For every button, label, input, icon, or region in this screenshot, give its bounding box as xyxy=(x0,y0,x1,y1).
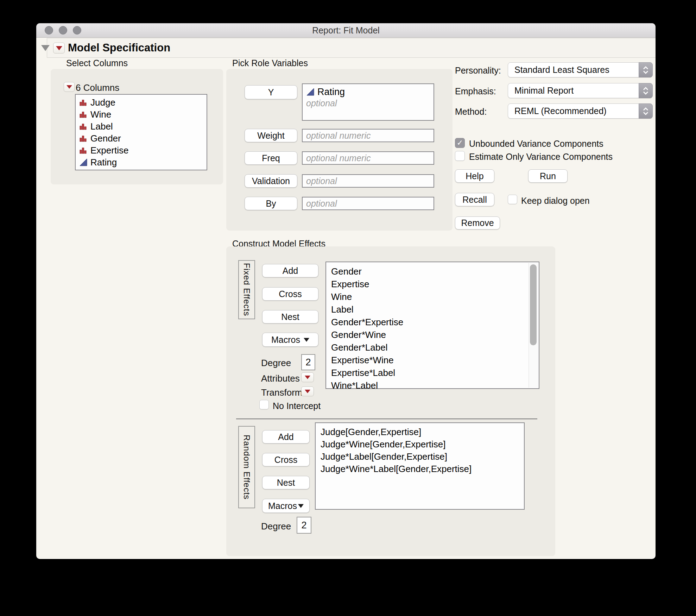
effects-divider xyxy=(236,419,537,419)
list-item[interactable]: Judge*Label[Gender,Expertise] xyxy=(321,451,524,463)
list-item[interactable]: Label xyxy=(79,120,207,132)
freq-role-button[interactable]: Freq xyxy=(245,151,297,165)
y-role-box[interactable]: Rating optional xyxy=(302,83,434,121)
list-item[interactable]: Expertise xyxy=(331,278,539,290)
list-item[interactable]: Gender xyxy=(331,265,539,278)
emphasis-dropdown[interactable]: Minimal Report xyxy=(508,83,653,98)
column-name: Rating xyxy=(90,157,117,168)
by-role-button[interactable]: By xyxy=(245,197,297,210)
fixed-cross-button[interactable]: Cross xyxy=(262,287,318,301)
nominal-column-icon xyxy=(79,146,88,155)
by-role-box[interactable]: optional xyxy=(302,197,434,210)
emphasis-value: Minimal Report xyxy=(508,86,639,96)
list-item[interactable]: Wine*Label xyxy=(331,379,539,392)
attributes-menu-button[interactable] xyxy=(301,372,314,382)
no-intercept-checkbox[interactable] xyxy=(259,400,269,409)
help-button[interactable]: Help xyxy=(455,169,494,183)
red-triangle-icon xyxy=(305,376,310,379)
random-macros-button[interactable]: Macros xyxy=(262,499,310,513)
personality-value: Standard Least Squares xyxy=(508,65,639,75)
nominal-column-icon xyxy=(79,110,88,119)
list-item[interactable]: Gender*Expertise xyxy=(331,316,539,328)
outline-collapse-icon[interactable] xyxy=(41,45,50,51)
list-item[interactable]: Judge*Wine[Gender,Expertise] xyxy=(321,438,524,451)
random-nest-button[interactable]: Nest xyxy=(262,476,310,489)
method-value: REML (Recommended) xyxy=(508,106,639,116)
chevron-down-icon xyxy=(298,504,304,508)
fixed-nest-button[interactable]: Nest xyxy=(262,310,318,323)
method-dropdown[interactable]: REML (Recommended) xyxy=(508,103,653,119)
pick-roles-label: Pick Role Variables xyxy=(232,58,308,68)
fixed-effects-group-label: Fixed Effects xyxy=(238,260,255,319)
list-item[interactable]: Expertise xyxy=(79,144,207,156)
no-intercept-label: No Intercept xyxy=(273,401,321,411)
unbounded-variance-label: Unbounded Variance Components xyxy=(469,139,603,149)
scrollbar-thumb[interactable] xyxy=(530,264,537,345)
estimate-only-checkbox[interactable] xyxy=(455,151,465,161)
list-item[interactable]: Wine xyxy=(79,108,207,120)
column-name: Judge xyxy=(90,97,115,108)
transform-menu-button[interactable] xyxy=(301,386,314,396)
recall-button[interactable]: Recall xyxy=(455,193,494,206)
fixed-add-button[interactable]: Add xyxy=(262,264,318,277)
fixed-effects-list[interactable]: Gender Expertise Wine Label Gender*Exper… xyxy=(325,262,539,389)
weight-placeholder: optional numeric xyxy=(306,131,371,141)
keep-dialog-open-label: Keep dialog open xyxy=(521,196,590,206)
unbounded-variance-checkbox[interactable]: ✓ xyxy=(455,138,465,148)
title-bar[interactable]: Report: Fit Model xyxy=(36,23,656,38)
list-item[interactable]: Rating xyxy=(79,156,207,168)
fixed-macros-button[interactable]: Macros xyxy=(262,333,318,347)
remove-button[interactable]: Remove xyxy=(455,216,500,230)
column-name: Label xyxy=(90,121,113,132)
y-role-button[interactable]: Y xyxy=(245,85,297,99)
estimate-only-label: Estimate Only Variance Components xyxy=(469,152,613,162)
column-name: Wine xyxy=(90,109,111,120)
window-title: Report: Fit Model xyxy=(36,23,656,37)
list-item[interactable]: Judge xyxy=(79,96,207,108)
model-specification-menu-button[interactable] xyxy=(53,43,65,54)
minimize-button[interactable] xyxy=(59,26,67,34)
list-item[interactable]: Gender*Wine xyxy=(331,328,539,341)
stepper-icon xyxy=(639,103,653,119)
list-item[interactable]: Label xyxy=(331,303,539,316)
validation-role-button[interactable]: Validation xyxy=(245,174,297,188)
validation-placeholder: optional xyxy=(306,176,337,186)
list-item[interactable]: Wine xyxy=(331,290,539,303)
random-effects-list[interactable]: Judge[Gender,Expertise] Judge*Wine[Gende… xyxy=(315,422,525,510)
nominal-column-icon xyxy=(79,98,88,107)
y-placeholder: optional xyxy=(306,98,434,108)
zoom-button[interactable] xyxy=(73,26,81,34)
personality-label: Personality: xyxy=(455,65,501,76)
list-item[interactable]: Gender*Label xyxy=(331,341,539,354)
personality-dropdown[interactable]: Standard Least Squares xyxy=(508,62,653,77)
random-macros-label: Macros xyxy=(268,501,297,511)
method-label: Method: xyxy=(455,107,487,117)
run-button[interactable]: Run xyxy=(528,169,568,183)
random-add-button[interactable]: Add xyxy=(262,430,310,444)
transform-label: Transform xyxy=(261,387,303,398)
list-item[interactable]: Gender xyxy=(79,132,207,144)
list-item[interactable]: Expertise*Wine xyxy=(331,354,539,366)
red-triangle-icon xyxy=(305,390,310,393)
columns-group-label: 6 Columns xyxy=(76,82,119,93)
list-item[interactable]: Judge[Gender,Expertise] xyxy=(321,426,524,438)
weight-role-box[interactable]: optional numeric xyxy=(302,129,434,142)
list-item[interactable]: Judge*Wine*Label[Gender,Expertise] xyxy=(321,463,524,475)
keep-dialog-open-checkbox[interactable] xyxy=(508,195,517,204)
continuous-column-icon xyxy=(306,88,315,96)
random-cross-button[interactable]: Cross xyxy=(262,453,310,466)
validation-role-box[interactable]: optional xyxy=(302,174,434,188)
list-item[interactable]: Rating xyxy=(306,86,434,98)
chevron-down-icon xyxy=(304,338,309,342)
column-name: Gender xyxy=(90,133,121,144)
close-button[interactable] xyxy=(45,26,53,34)
columns-group-menu-button[interactable] xyxy=(64,82,75,92)
stepper-icon xyxy=(639,83,653,98)
freq-role-box[interactable]: optional numeric xyxy=(302,151,434,165)
scrollbar[interactable] xyxy=(529,263,538,388)
fixed-degree-field[interactable]: 2 xyxy=(301,354,315,370)
list-item[interactable]: Expertise*Label xyxy=(331,366,539,379)
weight-role-button[interactable]: Weight xyxy=(245,129,297,142)
continuous-column-icon xyxy=(79,158,88,166)
random-degree-field[interactable]: 2 xyxy=(297,517,311,534)
